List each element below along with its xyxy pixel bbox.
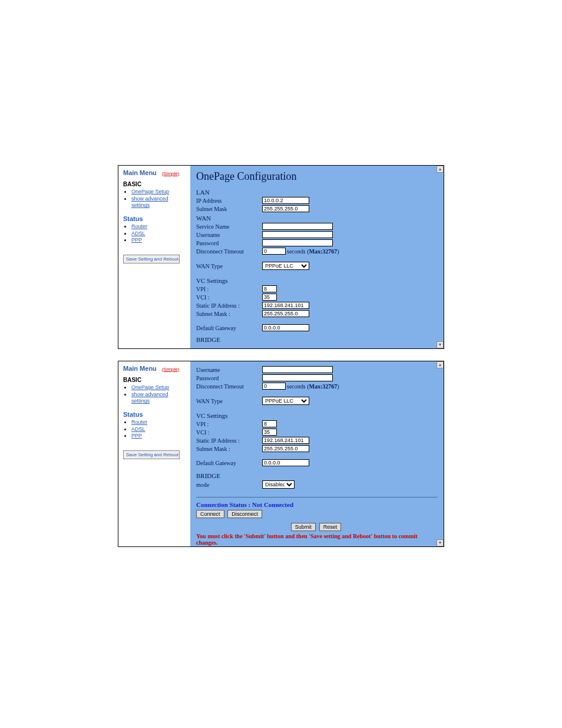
vci-input-b[interactable]	[262, 429, 277, 436]
top-panel: Main Menu (Simple) BASIC OnePage Setup s…	[118, 165, 444, 349]
vci-label-b: VCI :	[196, 429, 262, 436]
warn-msg: You must click the 'Submit' button and t…	[196, 533, 438, 546]
status-hdr: Status	[123, 215, 188, 222]
smask-label-b: Subnet Mask :	[196, 446, 262, 452]
nav-onepage-b[interactable]: OnePage Setup	[131, 384, 169, 390]
status-hdr-b: Status	[123, 411, 188, 418]
vci-input[interactable]	[262, 294, 277, 301]
mask-input[interactable]	[262, 205, 309, 212]
sip-label-b: Static IP Address :	[196, 437, 262, 444]
vpi-label-b: VPI :	[196, 421, 262, 427]
ip-label: IP Address	[196, 197, 262, 204]
page-title: OnePage Configuration	[196, 170, 438, 183]
vpi-label: VPI :	[196, 286, 262, 292]
nav-ppp[interactable]: PPP	[131, 237, 142, 243]
user-label: Username	[196, 232, 262, 238]
gw-label-b: Default Gateway	[196, 460, 262, 466]
scroll-up-icon[interactable]: ▴	[437, 166, 444, 173]
sidebar: Main Menu (Simple) BASIC OnePage Setup s…	[118, 166, 190, 348]
basic-hdr-b: BASIC	[123, 377, 188, 383]
mask-label: Subnet Mask	[196, 206, 262, 212]
sip-input[interactable]	[262, 302, 309, 309]
svc-input[interactable]	[262, 223, 333, 230]
disc-label: Disconnect Timeout	[196, 248, 262, 255]
basic-hdr: BASIC	[123, 181, 188, 187]
nav-adsl-b[interactable]: ADSL	[131, 426, 146, 432]
gw-input[interactable]	[262, 324, 309, 331]
pass-label-b: Password	[196, 375, 262, 381]
svc-label: Service Name	[196, 223, 262, 230]
user-input[interactable]	[262, 231, 333, 238]
bottom-panel: Main Menu (Simple) BASIC OnePage Setup s…	[118, 361, 444, 547]
scroll-down-icon[interactable]: ▾	[437, 341, 444, 348]
scroll-down-icon-b[interactable]: ▾	[437, 539, 444, 546]
smask-input[interactable]	[262, 310, 309, 317]
main-menu-hdr: Main Menu	[123, 169, 157, 176]
mode-label: mode	[196, 482, 262, 488]
simple-link[interactable]: (Simple)	[162, 171, 180, 176]
content-top: ▴ ▾ OnePage Configuration LAN IP Address…	[190, 166, 444, 348]
disc-label-b: Disconnect Timeout	[196, 383, 262, 390]
sip-label: Static IP Address :	[196, 302, 262, 309]
nav-advanced-b[interactable]: show advanced settings	[131, 391, 168, 404]
user-label-b: Username	[196, 367, 262, 373]
bridge-hdr-b: BRIDGE	[196, 472, 438, 479]
save-reboot-button-b[interactable]: Save Setting and Reboot	[123, 450, 180, 459]
content-bot: ▴ ▾ Username Password Disconnect Timeout…	[190, 361, 444, 546]
vpi-input-b[interactable]	[262, 420, 277, 427]
nav-onepage[interactable]: OnePage Setup	[131, 189, 169, 195]
wantype-select[interactable]: PPPoE LLC	[262, 262, 309, 270]
conn-status: Connection Status : Not Connected	[196, 501, 438, 508]
nav-ppp-b[interactable]: PPP	[131, 433, 142, 439]
disconnect-button[interactable]: Disconnect	[227, 510, 262, 518]
scroll-up-icon-b[interactable]: ▴	[437, 361, 444, 368]
disc-input-b[interactable]	[262, 383, 286, 390]
vci-label: VCI :	[196, 294, 262, 301]
lan-hdr: LAN	[196, 189, 438, 196]
nav-router[interactable]: Router	[131, 223, 147, 229]
save-reboot-button[interactable]: Save Setting and Reboot	[123, 255, 180, 263]
gw-input-b[interactable]	[262, 459, 309, 466]
ip-input[interactable]	[262, 197, 309, 204]
wantype-select-b[interactable]: PPPoE LLC	[262, 397, 309, 405]
wan-hdr: WAN	[196, 215, 438, 222]
reset-button[interactable]: Reset	[319, 523, 342, 531]
sidebar-b: Main Menu (Simple) BASIC OnePage Setup s…	[118, 361, 190, 546]
smask-input-b[interactable]	[262, 445, 309, 452]
connect-button[interactable]: Connect	[196, 510, 224, 518]
simple-link-b[interactable]: (Simple)	[162, 367, 180, 372]
nav-advanced[interactable]: show advanced settings	[131, 196, 168, 209]
disc-note: seconds (Max:32767)	[287, 248, 339, 255]
disc-note-b: seconds (Max:32767)	[287, 383, 339, 390]
pass-label: Password	[196, 240, 262, 246]
bridge-hdr: BRIDGE	[196, 336, 438, 343]
submit-button[interactable]: Submit	[291, 523, 316, 531]
disc-input[interactable]	[262, 248, 286, 255]
user-input-b[interactable]	[262, 366, 333, 373]
nav-adsl[interactable]: ADSL	[131, 230, 146, 236]
wantype-label-b: WAN Type	[196, 398, 262, 404]
vc-hdr-b: VC Settings	[196, 412, 438, 419]
wantype-label: WAN Type	[196, 263, 262, 269]
main-menu-hdr-b: Main Menu	[123, 365, 157, 372]
smask-label: Subnet Mask :	[196, 311, 262, 317]
pass-input[interactable]	[262, 239, 333, 246]
pass-input-b[interactable]	[262, 374, 333, 381]
gw-label: Default Gateway	[196, 325, 262, 331]
vpi-input[interactable]	[262, 285, 277, 292]
sip-input-b[interactable]	[262, 437, 309, 444]
mode-select[interactable]: Disabled	[262, 480, 295, 489]
nav-router-b[interactable]: Router	[131, 419, 147, 425]
divider	[196, 497, 438, 498]
vc-hdr: VC Settings	[196, 277, 438, 284]
